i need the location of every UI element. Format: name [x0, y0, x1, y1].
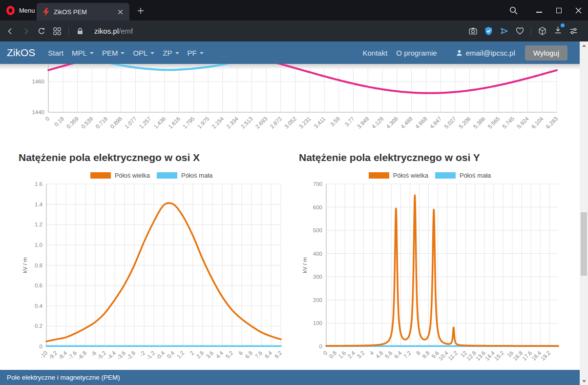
send-flow-icon[interactable]: [500, 26, 509, 36]
svg-text:3.6: 3.6: [205, 350, 215, 360]
svg-text:5.206: 5.206: [458, 116, 472, 130]
tab-close-icon[interactable]: [117, 9, 124, 15]
svg-text:2: 2: [189, 350, 195, 356]
chevron-down-icon: [90, 52, 94, 54]
lock-icon[interactable]: [76, 27, 84, 36]
speed-dial-grid-icon[interactable]: [53, 27, 62, 36]
nav-links: Start MPL PEM OPL ZP PF: [48, 49, 203, 57]
scrollbar-down-arrow[interactable]: [580, 377, 588, 385]
snapshot-camera-icon[interactable]: [468, 26, 478, 36]
close-icon: [575, 7, 582, 14]
svg-text:-5.2: -5.2: [96, 350, 107, 361]
svg-text:3.949: 3.949: [356, 116, 370, 130]
window-maximize-button[interactable]: [549, 0, 568, 20]
heart-icon[interactable]: [515, 26, 525, 36]
svg-text:0.898: 0.898: [109, 116, 123, 130]
svg-text:200: 200: [313, 297, 322, 303]
legend-ey: Półoś wielka Półoś mała: [293, 172, 567, 179]
svg-text:1.436: 1.436: [153, 116, 167, 130]
nav-item-pf[interactable]: PF: [188, 49, 204, 57]
legend-item-polos-wielka[interactable]: Półoś wielka: [369, 172, 428, 179]
cube-box-icon[interactable]: [538, 26, 547, 36]
logout-button[interactable]: Wyloguj: [525, 45, 567, 61]
legend-item-polos-mala[interactable]: Półoś mała: [157, 172, 212, 179]
svg-text:0.8: 0.8: [328, 350, 338, 360]
chevron-down-icon: [200, 52, 204, 54]
search-button[interactable]: [504, 0, 522, 20]
browser-tab[interactable]: ZikOS PEM: [37, 3, 129, 20]
chart-field-y: 010020030040050060070000.81.62.43.244.85…: [293, 182, 580, 370]
svg-text:1440: 1440: [32, 109, 44, 115]
svg-text:kV / m: kV / m: [302, 257, 308, 273]
nav-item-start[interactable]: Start: [48, 49, 63, 57]
minimize-icon: [536, 12, 542, 13]
svg-text:0.539: 0.539: [80, 116, 94, 130]
legend-ex: Półoś wielka Półoś mała: [15, 172, 288, 179]
svg-text:700: 700: [313, 182, 322, 187]
nav-right-group: Kontakt O programie email@ipcsc.pl Wylog…: [362, 45, 567, 61]
downloads-button[interactable]: [553, 25, 563, 37]
svg-text:2.693: 2.693: [254, 116, 269, 130]
svg-text:1460: 1460: [32, 79, 44, 84]
svg-text:0.18: 0.18: [53, 116, 65, 127]
nav-item-pem[interactable]: PEM: [102, 49, 125, 57]
tab-favicon-lightning-icon: [42, 8, 50, 16]
url-field[interactable]: zikos.pl/emf: [94, 27, 133, 35]
svg-text:1.2: 1.2: [176, 350, 186, 360]
svg-text:1.0: 1.0: [35, 242, 42, 248]
easy-setup-sliders-icon[interactable]: [569, 26, 578, 36]
scrollbar-up-arrow[interactable]: [580, 41, 588, 49]
svg-text:1.077: 1.077: [124, 116, 138, 130]
svg-text:-0.4: -0.4: [155, 350, 166, 361]
svg-text:19.2: 19.2: [540, 350, 551, 362]
window-close-button[interactable]: [568, 0, 588, 20]
svg-text:0: 0: [322, 350, 328, 356]
svg-text:1.616: 1.616: [167, 116, 181, 130]
address-bar-separator: [68, 27, 69, 36]
shield-badge-icon[interactable]: [484, 26, 493, 36]
svg-text:0: 0: [44, 116, 50, 122]
svg-text:1.6: 1.6: [35, 182, 42, 187]
svg-text:3.2: 3.2: [356, 350, 366, 360]
svg-text:1.257: 1.257: [138, 116, 152, 130]
svg-text:4.847: 4.847: [429, 116, 443, 130]
svg-text:2.513: 2.513: [240, 116, 254, 130]
reload-icon[interactable]: [37, 27, 46, 36]
svg-text:3.052: 3.052: [283, 116, 297, 130]
svg-text:1.4: 1.4: [35, 202, 43, 207]
svg-text:kV / m: kV / m: [22, 257, 28, 273]
svg-text:2.154: 2.154: [210, 116, 225, 130]
window-minimize-button[interactable]: [529, 0, 549, 20]
svg-text:14.4: 14.4: [484, 350, 496, 362]
browser-menu-button[interactable]: Menu: [19, 7, 35, 14]
legend-item-polos-wielka[interactable]: Półoś wielka: [90, 172, 150, 179]
nav-item-opl[interactable]: OPL: [133, 49, 154, 57]
nav-item-zp[interactable]: ZP: [163, 49, 179, 57]
svg-text:6.4: 6.4: [393, 350, 403, 360]
svg-text:0.2: 0.2: [35, 323, 42, 329]
tab-title: ZikOS PEM: [54, 8, 117, 16]
back-icon[interactable]: [6, 27, 15, 36]
nav-item-mpl[interactable]: MPL: [72, 49, 94, 57]
url-path: /emf: [119, 27, 133, 35]
chart-top-cropped: 14401460148000.180.3590.5390.7180.8981.0…: [0, 64, 580, 136]
nav-item-o-programie[interactable]: O programie: [396, 49, 437, 57]
new-tab-button[interactable]: [135, 5, 147, 17]
nav-item-kontakt[interactable]: Kontakt: [362, 49, 387, 57]
brand-logo[interactable]: ZikOS: [7, 47, 35, 59]
page-footer: Pole elektryczne i magnetyczne (PEM): [0, 370, 580, 385]
address-bar: zikos.pl/emf: [0, 20, 588, 41]
svg-text:0.4: 0.4: [35, 303, 43, 309]
svg-text:-7.6: -7.6: [67, 350, 78, 361]
svg-text:6.8: 6.8: [244, 350, 254, 360]
legend-item-polos-mala[interactable]: Półoś mała: [435, 172, 491, 179]
user-account[interactable]: email@ipcsc.pl: [456, 49, 515, 57]
svg-text:-9.2: -9.2: [47, 350, 59, 361]
svg-text:-1.2: -1.2: [145, 350, 156, 361]
svg-text:1.2: 1.2: [35, 222, 42, 227]
page-scrollbar[interactable]: [580, 41, 588, 385]
svg-text:5.386: 5.386: [472, 116, 486, 130]
scrollbar-thumb[interactable]: [581, 212, 587, 276]
opera-logo-icon[interactable]: [6, 6, 15, 15]
forward-icon[interactable]: [21, 27, 30, 36]
